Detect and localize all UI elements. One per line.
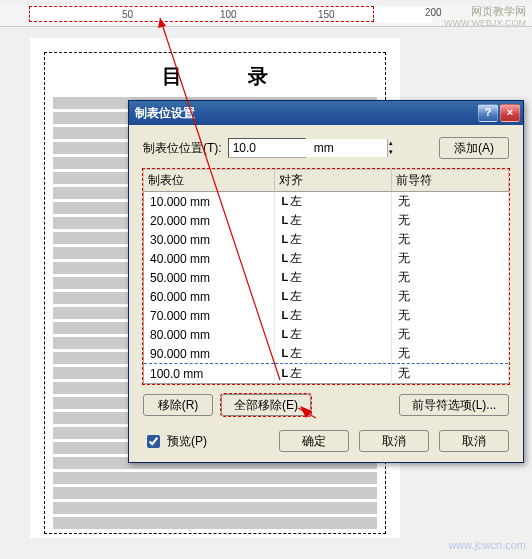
align-left-icon: L bbox=[281, 195, 286, 207]
table-row[interactable]: 100.0 mmL左无 bbox=[144, 364, 509, 384]
cell-position: 30.000 mm bbox=[144, 230, 275, 249]
cell-position: 70.000 mm bbox=[144, 306, 275, 325]
watermark-top-title: 网页教学网 bbox=[471, 4, 526, 19]
cell-leader: 无 bbox=[392, 268, 509, 287]
align-left-icon: L bbox=[281, 271, 286, 283]
align-left-icon: L bbox=[281, 309, 286, 321]
cell-align: L左 bbox=[275, 287, 392, 306]
align-left-icon: L bbox=[281, 233, 286, 245]
remove-all-button[interactable]: 全部移除(E) bbox=[221, 394, 311, 416]
cell-align: L左 bbox=[275, 364, 392, 384]
cell-align: L左 bbox=[275, 325, 392, 344]
watermark-footer: www.jcwcn.com bbox=[448, 539, 526, 551]
cell-position: 20.000 mm bbox=[144, 211, 275, 230]
cell-align: L左 bbox=[275, 230, 392, 249]
position-spinner[interactable]: ▲ ▼ bbox=[387, 139, 394, 157]
preview-checkbox[interactable] bbox=[147, 435, 160, 448]
cell-position: 10.000 mm bbox=[144, 192, 275, 212]
align-left-icon: L bbox=[281, 214, 286, 226]
cell-align: L左 bbox=[275, 192, 392, 212]
align-left-icon: L bbox=[281, 347, 286, 359]
cell-align: L左 bbox=[275, 211, 392, 230]
table-row[interactable]: 10.000 mmL左无 bbox=[144, 192, 509, 212]
leader-options-button[interactable]: 前导符选项(L)... bbox=[399, 394, 509, 416]
cell-leader: 无 bbox=[392, 344, 509, 364]
doc-line bbox=[53, 471, 377, 485]
cell-position: 100.0 mm bbox=[144, 364, 275, 384]
align-left-icon: L bbox=[281, 328, 286, 340]
ruler-highlight: 50 100 150 bbox=[30, 7, 373, 21]
cell-leader: 无 bbox=[392, 192, 509, 212]
cell-leader: 无 bbox=[392, 325, 509, 344]
cell-leader: 无 bbox=[392, 211, 509, 230]
help-button[interactable]: ? bbox=[478, 104, 498, 122]
remove-button[interactable]: 移除(R) bbox=[143, 394, 213, 416]
table-row[interactable]: 30.000 mmL左无 bbox=[144, 230, 509, 249]
unit-label: mm bbox=[314, 141, 334, 155]
watermark-top-url: WWW.WEBJX.COM bbox=[444, 18, 526, 28]
col-leader-header[interactable]: 前导符 bbox=[392, 170, 509, 192]
cell-align: L左 bbox=[275, 249, 392, 268]
cell-leader: 无 bbox=[392, 230, 509, 249]
align-left-icon: L bbox=[281, 367, 286, 379]
cancel-button[interactable]: 取消 bbox=[359, 430, 429, 452]
preview-label-text: 预览(P) bbox=[167, 433, 207, 450]
cell-position: 50.000 mm bbox=[144, 268, 275, 287]
table-row[interactable]: 20.000 mmL左无 bbox=[144, 211, 509, 230]
col-position-header[interactable]: 制表位 bbox=[144, 170, 275, 192]
table-row[interactable]: 80.000 mmL左无 bbox=[144, 325, 509, 344]
cancel2-button[interactable]: 取消 bbox=[439, 430, 509, 452]
tab-table: 制表位 对齐 前导符 10.000 mmL左无20.000 mmL左无30.00… bbox=[143, 169, 509, 384]
table-row[interactable]: 50.000 mmL左无 bbox=[144, 268, 509, 287]
doc-line bbox=[53, 501, 377, 515]
button-row: 移除(R) 全部移除(E) 前导符选项(L)... bbox=[143, 394, 509, 416]
doc-line bbox=[53, 486, 377, 500]
position-label: 制表位位置(T): bbox=[143, 140, 222, 157]
close-button[interactable]: × bbox=[500, 104, 520, 122]
ruler-tick-50: 50 bbox=[122, 9, 133, 20]
table-row[interactable]: 70.000 mmL左无 bbox=[144, 306, 509, 325]
align-left-icon: L bbox=[281, 252, 286, 264]
col-align-header[interactable]: 对齐 bbox=[275, 170, 392, 192]
ruler-tick-150: 150 bbox=[318, 9, 335, 20]
table-row[interactable]: 90.000 mmL左无 bbox=[144, 344, 509, 364]
cell-position: 40.000 mm bbox=[144, 249, 275, 268]
position-input-group: ▲ ▼ bbox=[228, 138, 306, 158]
dialog-body: 制表位位置(T): ▲ ▼ mm 添加(A) 制表位 对齐 前导符 10.000 bbox=[129, 125, 523, 462]
cell-position: 90.000 mm bbox=[144, 344, 275, 364]
cell-position: 60.000 mm bbox=[144, 287, 275, 306]
dialog-title: 制表位设置 bbox=[135, 105, 195, 122]
tab-settings-dialog: 制表位设置 ? × 制表位位置(T): ▲ ▼ mm 添加(A) 制表位 对齐 bbox=[128, 100, 524, 463]
spin-down-icon[interactable]: ▼ bbox=[387, 148, 394, 157]
cell-position: 80.000 mm bbox=[144, 325, 275, 344]
preview-checkbox-label[interactable]: 预览(P) bbox=[143, 432, 207, 451]
position-input[interactable] bbox=[229, 139, 387, 157]
doc-line bbox=[53, 516, 377, 530]
cell-align: L左 bbox=[275, 344, 392, 364]
position-row: 制表位位置(T): ▲ ▼ mm 添加(A) bbox=[143, 137, 509, 159]
add-button[interactable]: 添加(A) bbox=[439, 137, 509, 159]
bottom-row: 预览(P) 确定 取消 取消 bbox=[143, 430, 509, 452]
table-row[interactable]: 40.000 mmL左无 bbox=[144, 249, 509, 268]
cell-align: L左 bbox=[275, 268, 392, 287]
cell-align: L左 bbox=[275, 306, 392, 325]
ok-button[interactable]: 确定 bbox=[279, 430, 349, 452]
ruler-tick-200: 200 bbox=[425, 7, 442, 18]
table-header-row: 制表位 对齐 前导符 bbox=[144, 170, 509, 192]
align-left-icon: L bbox=[281, 290, 286, 302]
dialog-titlebar[interactable]: 制表位设置 ? × bbox=[129, 101, 523, 125]
cell-leader: 无 bbox=[392, 287, 509, 306]
document-title: 目 录 bbox=[53, 63, 377, 90]
table-row[interactable]: 60.000 mmL左无 bbox=[144, 287, 509, 306]
ruler-tick-100: 100 bbox=[220, 9, 237, 20]
cell-leader: 无 bbox=[392, 306, 509, 325]
spin-up-icon[interactable]: ▲ bbox=[387, 139, 394, 148]
cell-leader: 无 bbox=[392, 249, 509, 268]
cell-leader: 无 bbox=[392, 364, 509, 384]
